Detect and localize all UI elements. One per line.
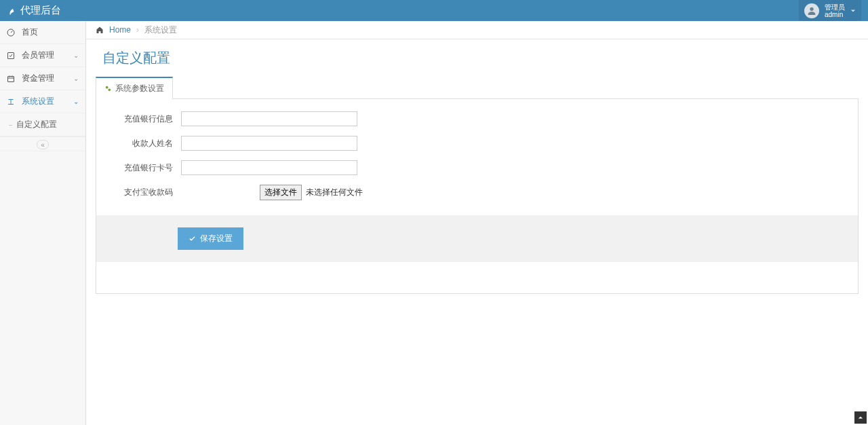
breadcrumb: Home › 系统设置: [86, 21, 868, 39]
chevron-down-icon: ⌄: [73, 52, 79, 59]
sidebar-item-funds[interactable]: 资金管理 ⌄: [0, 67, 85, 90]
chevron-up-icon: [858, 415, 863, 420]
breadcrumb-home-link[interactable]: Home: [109, 25, 131, 35]
save-button-label: 保存设置: [200, 233, 233, 244]
svg-point-0: [810, 7, 813, 10]
chevron-down-icon: ⌄: [73, 98, 79, 105]
sidebar-item-member[interactable]: 会员管理 ⌄: [0, 44, 85, 67]
app-name: 代理后台: [20, 4, 61, 17]
edit-icon: [7, 52, 16, 60]
gear-icon: [104, 85, 112, 92]
bank-info-label: 充值银行信息: [103, 113, 181, 125]
svg-point-8: [106, 86, 108, 89]
file-status-text: 未选择任何文件: [306, 187, 363, 198]
sidebar: 首页 会员管理 ⌄ 资金管理 ⌄ 系统设置 ⌄ 自定义配置 «: [0, 21, 86, 425]
alipay-label: 支付宝收款码: [103, 187, 181, 198]
chevron-down-icon: [850, 8, 856, 14]
top-header: 代理后台 管理员 admin: [0, 0, 868, 21]
save-button[interactable]: 保存设置: [178, 227, 243, 250]
sidebar-label: 系统设置: [22, 96, 54, 107]
breadcrumb-separator: ›: [136, 25, 139, 35]
scroll-top-button[interactable]: [854, 411, 867, 424]
username: admin: [825, 11, 845, 18]
main-content: Home › 系统设置 自定义配置 系统参数设置 充值银行信息: [86, 21, 868, 425]
sidebar-item-home[interactable]: 首页: [0, 21, 85, 44]
form-actions: 保存设置: [96, 215, 858, 262]
user-menu[interactable]: 管理员 admin: [799, 0, 861, 21]
sidebar-item-system[interactable]: 系统设置 ⌄: [0, 90, 85, 113]
payee-input[interactable]: [181, 136, 357, 151]
page-title: 自定义配置: [96, 39, 859, 77]
form-panel: 充值银行信息 收款人姓名 充值银行卡号 支付宝收款码 选择文件 未选择任何文件: [96, 98, 859, 294]
file-select-button[interactable]: 选择文件: [260, 185, 302, 200]
sidebar-label: 首页: [22, 26, 38, 38]
user-role: 管理员: [825, 3, 845, 11]
breadcrumb-current: 系统设置: [144, 24, 177, 36]
bank-info-input[interactable]: [181, 111, 357, 126]
tabs: 系统参数设置: [96, 77, 859, 99]
bank-card-input[interactable]: [181, 160, 357, 175]
svg-point-9: [108, 89, 111, 92]
check-icon: [189, 235, 196, 242]
sidebar-label: 会员管理: [22, 50, 54, 61]
payee-label: 收款人姓名: [103, 138, 181, 149]
sidebar-collapse-button[interactable]: «: [37, 140, 49, 149]
chevron-down-icon: ⌄: [73, 75, 79, 82]
logo: 代理后台: [7, 4, 61, 17]
svg-rect-3: [8, 76, 14, 81]
dashboard-icon: [7, 29, 16, 37]
user-info: 管理员 admin: [825, 3, 845, 18]
tab-system-params[interactable]: 系统参数设置: [96, 77, 173, 99]
bank-card-label: 充值银行卡号: [103, 162, 181, 174]
sidebar-label: 资金管理: [22, 73, 54, 84]
tab-label: 系统参数设置: [115, 83, 164, 94]
avatar-icon: [804, 3, 819, 18]
home-icon: [96, 26, 104, 34]
sidebar-subitem-custom-config[interactable]: 自定义配置: [0, 113, 85, 136]
double-chevron-left-icon: «: [41, 141, 45, 149]
text-icon: [7, 98, 16, 106]
calendar-icon: [7, 75, 16, 83]
leaf-icon: [7, 6, 16, 16]
